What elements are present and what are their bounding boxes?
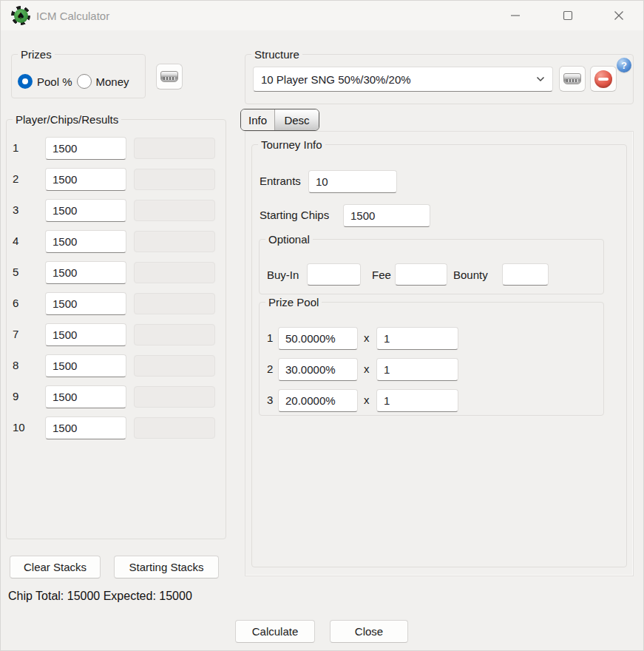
player-chips-input[interactable] — [45, 261, 126, 284]
close-window-button[interactable] — [602, 1, 636, 30]
player-result-field — [134, 386, 215, 408]
close-button[interactable]: Close — [330, 620, 408, 643]
player-chips-input[interactable] — [45, 199, 126, 222]
save-structure-button[interactable] — [559, 66, 586, 92]
player-chips-input[interactable] — [45, 323, 126, 346]
prize-count-input[interactable] — [376, 389, 458, 412]
prizes-radio-row: Pool % Money — [18, 74, 134, 89]
player-result-field — [134, 262, 215, 283]
pool-percent-radio[interactable] — [18, 74, 33, 89]
player-result-field — [134, 231, 215, 252]
tab-desc[interactable]: Desc — [274, 109, 319, 130]
player-number: 2 — [13, 172, 18, 185]
player-number: 3 — [13, 203, 18, 216]
player-result-field — [134, 169, 215, 190]
chevron-down-icon — [536, 76, 545, 82]
save-disk-icon — [563, 73, 581, 84]
starting-chips-label: Starting Chips — [260, 209, 329, 221]
prizes-group-label: Prizes — [18, 47, 55, 62]
player-number: 4 — [13, 235, 18, 247]
player-chips-input[interactable] — [45, 385, 126, 408]
player-chips-input[interactable] — [45, 168, 126, 191]
starting-chips-input[interactable] — [343, 204, 430, 227]
pool-percent-label: Pool % — [37, 75, 72, 88]
prize-count-input[interactable] — [376, 358, 458, 381]
players-group-label: Player/Chips/Results — [13, 112, 121, 127]
player-chips-input[interactable] — [45, 230, 126, 253]
structure-group: Structure 10 Player SNG 50%/30%/20% — [245, 54, 634, 104]
optional-group: Optional Buy-In Fee Bounty — [259, 239, 604, 294]
player-chips-input[interactable] — [45, 416, 126, 439]
tabstrip: Info Desc — [240, 109, 319, 131]
help-button[interactable]: ? — [617, 58, 631, 72]
player-chips-input[interactable] — [45, 292, 126, 315]
structure-dropdown-value: 10 Player SNG 50%/30%/20% — [261, 73, 536, 86]
prize-place-number: 3 — [267, 394, 273, 406]
titlebar: ♠ ICM Calculator — [1, 1, 643, 30]
minimize-button[interactable] — [498, 1, 532, 30]
player-result-field — [134, 324, 215, 345]
buyin-input[interactable] — [307, 263, 361, 286]
prize-percent-input[interactable] — [278, 358, 358, 381]
remove-structure-button[interactable] — [590, 66, 617, 92]
player-number: 6 — [13, 297, 18, 309]
prize-pool-group-label: Prize Pool — [265, 295, 322, 310]
optional-group-label: Optional — [265, 232, 313, 247]
structure-group-label: Structure — [251, 47, 302, 62]
player-number: 10 — [13, 421, 25, 434]
multiplier-symbol: x — [364, 394, 370, 406]
prize-count-input[interactable] — [376, 327, 458, 350]
player-result-field — [134, 200, 215, 221]
player-result-field — [134, 293, 215, 314]
save-prizes-button[interactable] — [156, 64, 183, 90]
tab-info[interactable]: Info — [241, 109, 274, 130]
player-result-field — [134, 417, 215, 439]
minimize-icon — [509, 10, 521, 21]
prize-percent-input[interactable] — [278, 327, 358, 350]
window-title: ICM Calculator — [36, 1, 109, 30]
app-icon-poker-chip: ♠ — [11, 6, 30, 25]
bounty-input[interactable] — [502, 263, 549, 286]
save-disk-icon — [160, 71, 178, 82]
calculate-button[interactable]: Calculate — [235, 620, 315, 643]
buyin-label: Buy-In — [267, 269, 299, 281]
player-chips-input[interactable] — [45, 354, 126, 377]
player-number: 5 — [13, 266, 18, 278]
close-icon — [613, 10, 625, 21]
bounty-label: Bounty — [453, 269, 488, 281]
entrants-label: Entrants — [260, 175, 301, 187]
chip-total-text: Chip Total: 15000 Expected: 15000 — [8, 590, 192, 603]
player-chips-input[interactable] — [45, 137, 126, 160]
prize-place-number: 2 — [267, 362, 273, 375]
maximize-icon — [562, 10, 574, 21]
money-label: Money — [96, 75, 129, 88]
player-number: 8 — [13, 359, 18, 371]
fee-label: Fee — [372, 269, 391, 281]
prizes-group: Prizes Pool % Money — [11, 54, 146, 98]
remove-minus-icon — [594, 70, 612, 88]
multiplier-symbol: x — [364, 331, 370, 344]
player-number: 1 — [13, 141, 18, 154]
tourney-info-group: Tourney Info Entrants Starting Chips Opt… — [251, 144, 627, 567]
structure-dropdown[interactable]: 10 Player SNG 50%/30%/20% — [253, 67, 553, 92]
clear-stacks-button[interactable]: Clear Stacks — [10, 556, 101, 579]
prize-percent-input[interactable] — [278, 389, 358, 412]
player-number: 9 — [13, 390, 18, 402]
icm-calculator-window: ♠ ICM Calculator Prizes Pool % Money — [0, 0, 644, 651]
starting-stacks-button[interactable]: Starting Stacks — [114, 556, 219, 579]
player-result-field — [134, 138, 215, 159]
player-number: 7 — [13, 328, 18, 340]
entrants-input[interactable] — [308, 170, 397, 193]
info-tab-page: Tourney Info Entrants Starting Chips Opt… — [245, 131, 634, 576]
help-question-icon: ? — [621, 60, 627, 71]
multiplier-symbol: x — [364, 362, 370, 375]
fee-input[interactable] — [395, 263, 447, 286]
prize-pool-group: Prize Pool 1 x 2 x 3 x — [259, 302, 604, 416]
maximize-button[interactable] — [551, 1, 585, 30]
money-radio[interactable] — [77, 74, 92, 89]
player-result-field — [134, 355, 215, 377]
spade-icon: ♠ — [14, 9, 28, 23]
prize-place-number: 1 — [267, 331, 273, 344]
tourney-info-label: Tourney Info — [258, 138, 325, 152]
